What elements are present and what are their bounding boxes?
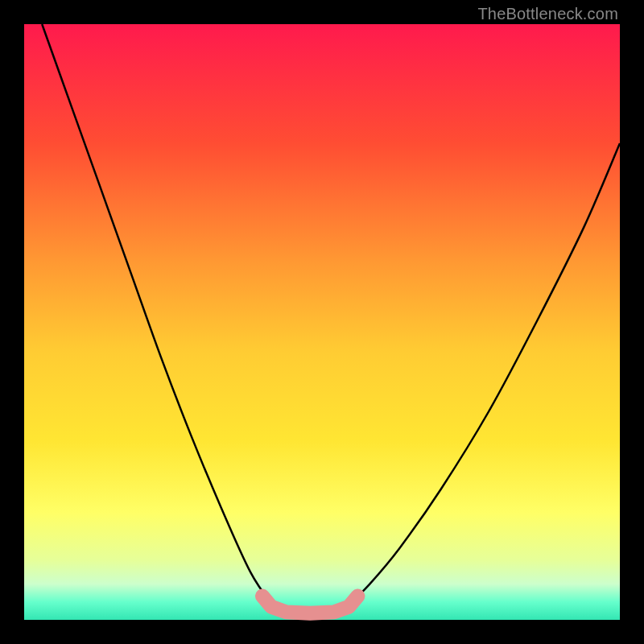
trough-marker (262, 596, 357, 613)
plot-area (42, 24, 620, 613)
watermark-text: TheBottleneck.com (477, 5, 618, 23)
right-curve (346, 143, 620, 608)
chart-svg (0, 0, 644, 644)
left-curve (42, 24, 275, 608)
